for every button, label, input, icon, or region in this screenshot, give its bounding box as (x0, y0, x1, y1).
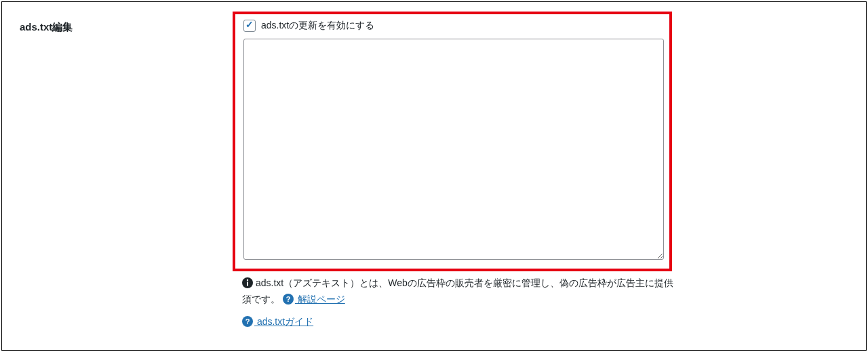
content-column: ads.txtの更新を有効にする ads.txt（アズテキスト）とは、Webの広… (233, 2, 866, 328)
enable-adstxt-label[interactable]: ads.txtの更新を有効にする (261, 20, 374, 32)
enable-adstxt-checkbox[interactable] (243, 20, 256, 32)
section-label: ads.txt編集 (20, 21, 73, 33)
help-text-part1: ads.txt（アズテキスト）とは、Webの広告枠の販売者を厳密に管理し、偽の広… (256, 277, 673, 288)
help-text-part2: 須です。 (242, 294, 280, 305)
label-column: ads.txt編集 (2, 2, 233, 34)
form-row-adstxt: ads.txt編集 ads.txtの更新を有効にする ads.txt（アズテキス… (2, 2, 866, 328)
guide-link-row: ? ads.txtガイド (233, 316, 866, 328)
svg-point-2 (247, 279, 248, 281)
checkbox-row: ads.txtの更新を有効にする (243, 20, 661, 32)
svg-text:?: ? (245, 317, 250, 326)
adstxt-textarea[interactable] (243, 39, 664, 260)
svg-text:?: ? (286, 295, 291, 303)
question-icon: ? (242, 316, 253, 327)
explain-page-link[interactable]: 解説ページ (295, 294, 345, 305)
highlight-box: ads.txtの更新を有効にする (233, 12, 672, 271)
info-icon (242, 277, 253, 288)
adstxt-guide-link[interactable]: ads.txtガイド (254, 316, 313, 327)
help-description: ads.txt（アズテキスト）とは、Webの広告枠の販売者を厳密に管理し、偽の広… (233, 275, 856, 308)
question-icon: ? (283, 294, 294, 305)
svg-rect-1 (247, 282, 248, 286)
settings-panel: ads.txt編集 ads.txtの更新を有効にする ads.txt（アズテキス… (1, 1, 867, 351)
